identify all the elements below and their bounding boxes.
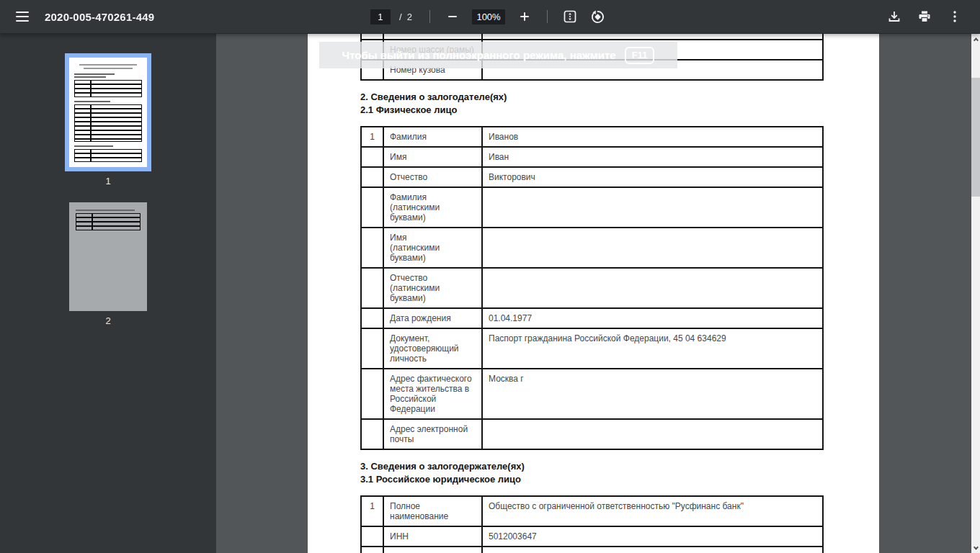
table-row: ОГРН1026300001991 [362, 547, 822, 553]
print-icon [918, 10, 931, 23]
vertical-scrollbar[interactable] [971, 34, 980, 553]
document-page-1: Номер шасси (рамы)Номер кузова 2. Сведен… [308, 34, 879, 553]
table-cell-num [362, 269, 384, 307]
thumbnail-page-1[interactable] [65, 53, 151, 171]
table-cell-value: 5012003647 [483, 527, 822, 546]
fullscreen-exit-text: Чтобы выйти из полноэкранного режима, на… [342, 49, 616, 61]
table-cell-label: Отчество [384, 168, 483, 186]
table-row: Адрес электронной почты [362, 420, 822, 449]
table-cell-num: 1 [362, 127, 384, 146]
table-cell-value: Иванов [483, 127, 822, 146]
pdf-toolbar: 2020-005-470261-449 / 2 100% [0, 0, 980, 34]
more-vertical-icon [953, 11, 956, 22]
menu-button[interactable] [10, 4, 35, 29]
download-icon [888, 10, 901, 23]
zoom-level-display[interactable]: 100% [472, 9, 505, 24]
fit-to-page-icon [564, 10, 576, 23]
table-row: Имя (латинскими буквами) [362, 228, 822, 269]
table-cell-value: 01.04.1977 [483, 309, 822, 328]
table-cell-value: 1026300001991 [483, 547, 822, 553]
table-cell-num: 1 [362, 497, 384, 526]
section-3-subtitle: 3.1 Российское юридическое лицо [360, 474, 824, 485]
page-number-input[interactable] [370, 9, 391, 24]
table-row-partial [362, 34, 822, 40]
table-cell-label: Адрес фактического места жительства в Ро… [384, 369, 483, 418]
chevron-down-icon [973, 544, 978, 549]
table-cell-num [362, 547, 384, 553]
table-cell-value [483, 188, 822, 227]
table-row: ИмяИван [362, 148, 822, 168]
document-title: 2020-005-470261-449 [45, 11, 154, 23]
pledgee-company-table: 1Полное наименованиеОбщество с ограничен… [360, 495, 824, 553]
table-row: Отчество (латинскими буквами) [362, 269, 822, 309]
table-cell-label: Имя (латинскими буквами) [384, 228, 483, 267]
thumbnail-page-2[interactable] [69, 202, 147, 311]
table-cell-label: Фамилия (латинскими буквами) [384, 188, 483, 227]
table-cell-num [362, 228, 384, 267]
table-cell-label: Полное наименование [384, 497, 483, 526]
table-cell-value: Иван [483, 148, 822, 166]
thumbnail-sidebar: 1 2 [0, 34, 216, 553]
table-cell-num [362, 148, 384, 166]
section-2-title: 2. Сведения о залогодателе(ях) [360, 91, 824, 103]
table-cell-value: Викторович [483, 168, 822, 186]
zoom-out-button[interactable] [440, 4, 465, 29]
thumbnail-page-1-number: 1 [105, 176, 110, 186]
table-row: 1ФамилияИванов [362, 127, 822, 148]
table-cell-label: Отчество (латинскими буквами) [384, 269, 483, 307]
fullscreen-exit-banner: Чтобы выйти из полноэкранного режима, на… [319, 42, 677, 68]
chevron-up-icon [973, 37, 978, 42]
table-cell-num [362, 420, 384, 449]
table-row: ИНН5012003647 [362, 527, 822, 547]
table-row: ОтчествоВикторович [362, 168, 822, 188]
rotate-icon [591, 10, 605, 24]
table-cell-num [362, 527, 384, 546]
table-cell-value [483, 269, 822, 307]
table-cell-value [483, 420, 822, 449]
zoom-out-icon [447, 12, 458, 22]
document-viewport: Номер шасси (рамы)Номер кузова 2. Сведен… [216, 34, 971, 553]
rotate-button[interactable] [585, 4, 610, 29]
table-cell-label: Дата рождения [384, 309, 483, 328]
table-cell-label: Адрес электронной почты [384, 420, 483, 449]
table-row: 1Полное наименованиеОбщество с ограничен… [362, 497, 822, 527]
table-cell-num [362, 188, 384, 227]
table-row: Адрес фактического места жительства в Ро… [362, 369, 822, 420]
zoom-in-button[interactable] [512, 4, 537, 29]
table-cell-label: ИНН [384, 527, 483, 546]
table-cell-value [483, 228, 822, 267]
zoom-in-icon [520, 12, 530, 22]
thumbnail-page-1-preview [69, 58, 147, 167]
section-2-subtitle: 2.1 Физическое лицо [360, 104, 824, 116]
more-options-button[interactable] [943, 4, 967, 29]
fit-to-page-button[interactable] [558, 4, 582, 29]
table-row: Документ, удостоверяющий личностьПаспорт… [362, 329, 822, 369]
table-cell-label: Фамилия [384, 127, 483, 146]
toolbar-separator [547, 10, 548, 23]
download-button[interactable] [882, 4, 906, 29]
table-cell-label: Документ, удостоверяющий личность [384, 329, 483, 368]
toolbar-separator [429, 10, 430, 23]
table-cell-value: Общество с ограниченной ответственностью… [483, 497, 822, 526]
table-cell-value: Москва г [483, 369, 822, 418]
table-cell-label: ОГРН [384, 547, 483, 553]
thumbnail-page-2-number: 2 [105, 315, 110, 326]
section-3-title: 3. Сведения о залогодержателе(ях) [360, 461, 824, 472]
f11-key-badge: F11 [625, 47, 655, 64]
scroll-up-arrow[interactable] [971, 34, 980, 44]
table-cell-num [362, 329, 384, 368]
table-row: Фамилия (латинскими буквами) [362, 188, 822, 228]
table-cell-value: Паспорт гражданина Российской Федерации,… [483, 329, 822, 368]
page-count: / 2 [399, 12, 412, 22]
menu-icon [16, 12, 29, 22]
scroll-down-arrow[interactable] [971, 543, 980, 553]
pledgor-person-table: 1ФамилияИвановИмяИванОтчествоВикторовичФ… [360, 126, 824, 450]
scrollbar-thumb[interactable] [971, 78, 980, 197]
table-cell-label: Имя [384, 148, 483, 166]
table-row: Дата рождения01.04.1977 [362, 309, 822, 329]
table-cell-num [362, 168, 384, 186]
print-button[interactable] [912, 4, 937, 29]
table-cell-num [362, 309, 384, 328]
table-cell-num [362, 369, 384, 418]
